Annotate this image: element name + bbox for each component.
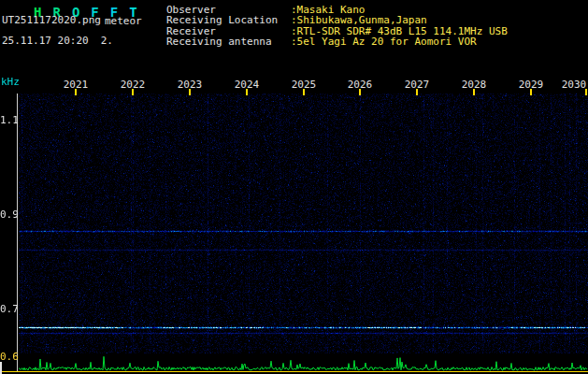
time-tick (359, 89, 361, 95)
time-tick (189, 89, 191, 95)
time-tick (246, 89, 248, 95)
hrofft-screen: HROFFT UT2511172020.png meteor 25.11.17 … (0, 0, 588, 374)
freq-axis-line (17, 94, 18, 371)
echo-counter: 2. (101, 35, 113, 47)
time-tick (132, 89, 134, 95)
time-tick (75, 89, 77, 95)
datetime-line: 25.11.17 20:202. (2, 35, 113, 47)
freq-axis-unit: kHz (1, 76, 20, 88)
signal-level-canvas (0, 353, 588, 374)
freq-tick-label: 1.1 (0, 114, 15, 126)
time-tick-label: 2030 (561, 79, 587, 91)
time-tick (585, 89, 587, 95)
freq-tick-label: 0.7 (0, 303, 15, 315)
station-id: meteor (105, 15, 142, 27)
info-value: :5el Yagi Az 20 for Aomori VOR (291, 36, 477, 48)
info-row: Receiving antenna:5el Yagi Az 20 for Aom… (166, 36, 508, 47)
time-tick (530, 89, 532, 95)
info-label: Receiving antenna (166, 36, 291, 47)
time-tick (473, 89, 475, 95)
datetime-text: 25.11.17 20:20 (2, 35, 89, 47)
freq-tick-label: 0.9 (0, 209, 15, 221)
time-tick (303, 89, 305, 95)
output-filename: UT2511172020.png (2, 14, 101, 26)
freq-tick-label: 0.6 (0, 351, 15, 363)
info-table: Observer:Masaki KanoReceiving Location:S… (166, 5, 508, 48)
time-tick (416, 89, 418, 95)
spectrogram-canvas (19, 94, 588, 353)
